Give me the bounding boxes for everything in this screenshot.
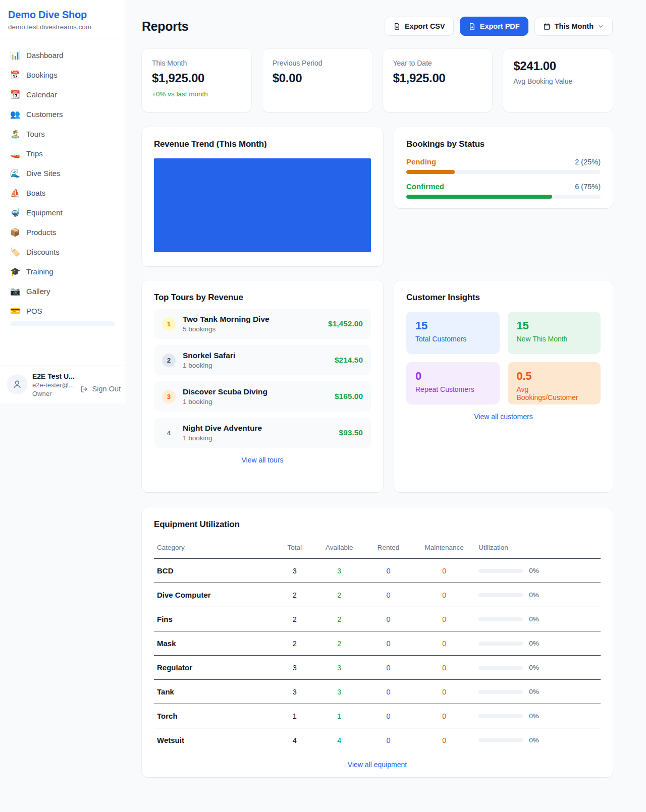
sign-out-icon xyxy=(80,385,89,393)
export-csv-button[interactable]: Export CSV xyxy=(385,17,454,36)
period-label: This Month xyxy=(555,22,594,30)
stat-label: Previous Period xyxy=(273,59,362,67)
status-count: 6 (75%) xyxy=(575,183,601,191)
list-item: 1 Two Tank Morning Dive 5 bookings $1,45… xyxy=(154,309,371,339)
bookings-by-status-card: Bookings by Status Pending 2 (25%) Confi… xyxy=(394,127,613,208)
insight-tile-total-customers: 15 Total Customers xyxy=(406,312,500,354)
cell-maintenance: 0 xyxy=(413,656,475,680)
tag-icon: 🏷️ xyxy=(10,247,20,257)
insight-label: Avg Bookings/Customer xyxy=(517,385,592,401)
cell-available: 1 xyxy=(315,704,364,728)
cell-utilization: 0% xyxy=(475,656,601,680)
insight-grid: 15 Total Customers 15 New This Month 0 R… xyxy=(406,312,601,404)
cell-rented: 0 xyxy=(364,704,413,728)
equipment-table: Category Total Available Rented Maintena… xyxy=(154,540,601,752)
sidebar-item-bookings[interactable]: 📅 Bookings xyxy=(4,65,122,85)
sidebar-item-label: Equipment xyxy=(26,208,63,217)
stat-card-year-to-date: Year to Date $1,925.00 xyxy=(383,49,493,112)
view-all-tours-link[interactable]: View all tours xyxy=(154,456,371,464)
column-header-total: Total xyxy=(275,540,315,559)
user-role: Owner xyxy=(32,390,74,397)
sidebar-item-reports-active-partial[interactable] xyxy=(10,321,116,326)
utilization-bar xyxy=(478,642,523,646)
cell-maintenance: 0 xyxy=(413,728,475,752)
sidebar-item-dashboard[interactable]: 📊 Dashboard xyxy=(4,45,122,65)
sign-out-button[interactable]: Sign Out xyxy=(80,385,121,393)
sidebar-item-calendar[interactable]: 📆 Calendar xyxy=(4,85,122,104)
stat-card-previous-period: Previous Period $0.00 xyxy=(262,49,372,112)
column-header-utilization: Utilization xyxy=(475,540,601,559)
period-dropdown[interactable]: This Month xyxy=(534,17,613,36)
stat-value: $241.00 xyxy=(513,59,603,73)
sidebar-item-tours[interactable]: 🏝️ Tours xyxy=(4,124,122,144)
cell-category: Dive Computer xyxy=(154,583,275,607)
cell-maintenance: 0 xyxy=(413,607,475,631)
customer-insights-card: Customer Insights 15 Total Customers 15 … xyxy=(394,280,613,492)
sidebar-item-customers[interactable]: 👥 Customers xyxy=(4,104,122,124)
sidebar-item-label: Training xyxy=(26,267,53,276)
status-bar-fill xyxy=(406,170,455,174)
utilization-bar xyxy=(478,666,523,670)
sidebar-item-boats[interactable]: ⛵ Boats xyxy=(4,183,122,203)
list-item: 4 Night Dive Adventure 1 booking $93.50 xyxy=(154,418,371,448)
revenue-trend-card: Revenue Trend (This Month) xyxy=(142,127,383,266)
tour-bookings: 1 booking xyxy=(183,362,328,369)
diving-mask-icon: 🤿 xyxy=(10,208,20,217)
user-meta: E2E Test U... e2e-tester@... Owner Sign … xyxy=(32,372,119,397)
cell-total: 3 xyxy=(275,656,315,680)
cell-utilization: 0% xyxy=(475,631,601,656)
sidebar-user-box: E2E Test U... e2e-tester@... Owner Sign … xyxy=(0,366,126,403)
sidebar-item-equipment[interactable]: 🤿 Equipment xyxy=(4,203,122,222)
utilization-bar xyxy=(478,714,523,718)
stat-change: +0% vs last month xyxy=(152,90,241,98)
insight-tile-new-this-month: 15 New This Month xyxy=(508,312,601,354)
stat-card-avg-booking-value: $241.00 Avg Booking Value xyxy=(503,49,613,112)
export-pdf-label: Export PDF xyxy=(480,22,520,30)
tour-bookings: 5 bookings xyxy=(183,325,321,333)
stat-label: Avg Booking Value xyxy=(513,77,603,85)
user-icon xyxy=(12,379,22,389)
customer-insights-title: Customer Insights xyxy=(406,293,601,303)
table-row: Dive Computer 2 2 0 0 0% xyxy=(154,583,601,607)
table-row: Torch 1 1 0 0 0% xyxy=(154,704,601,728)
graduation-cap-icon: 🎓 xyxy=(10,267,20,276)
sidebar-item-training[interactable]: 🎓 Training xyxy=(4,262,122,281)
stats-row: This Month $1,925.00 +0% vs last month P… xyxy=(142,49,613,112)
brand-name: Demo Dive Shop xyxy=(8,9,118,21)
credit-card-icon: 💳 xyxy=(10,306,20,316)
cell-category: Torch xyxy=(154,704,275,728)
utilization-bar xyxy=(478,569,523,573)
sidebar-item-gallery[interactable]: 📷 Gallery xyxy=(4,281,122,301)
package-icon: 📦 xyxy=(10,227,20,237)
equipment-utilization-title: Equipment Utilization xyxy=(154,519,601,530)
utilization-pct: 0% xyxy=(529,640,539,647)
insight-label: Repeat Customers xyxy=(415,385,491,393)
view-all-equipment-link[interactable]: View all equipment xyxy=(154,761,601,769)
cell-category: Wetsuit xyxy=(154,728,275,752)
tour-revenue: $165.00 xyxy=(335,392,363,401)
sidebar-item-label: Trips xyxy=(26,149,43,158)
sidebar-item-pos[interactable]: 💳 POS xyxy=(4,301,122,321)
sidebar-item-products[interactable]: 📦 Products xyxy=(4,222,122,242)
sidebar-item-trips[interactable]: 🚤 Trips xyxy=(4,144,122,163)
sidebar-item-dive-sites[interactable]: 🌊 Dive Sites xyxy=(4,163,122,183)
sidebar-item-discounts[interactable]: 🏷️ Discounts xyxy=(4,242,122,262)
sidebar: Demo Dive Shop demo.test.divestreams.com… xyxy=(0,0,126,403)
export-csv-label: Export CSV xyxy=(405,22,445,30)
brand: Demo Dive Shop demo.test.divestreams.com xyxy=(0,0,126,38)
stat-value: $1,925.00 xyxy=(393,71,482,85)
utilization-pct: 0% xyxy=(529,688,539,695)
cell-maintenance: 0 xyxy=(413,583,475,607)
table-header-row: Category Total Available Rented Maintena… xyxy=(154,540,601,559)
bar-chart-icon: 📊 xyxy=(10,50,20,60)
cell-total: 1 xyxy=(275,704,315,728)
equipment-utilization-card: Equipment Utilization Category Total Ava… xyxy=(142,507,613,777)
insight-label: Total Customers xyxy=(415,335,491,343)
insight-value: 0.5 xyxy=(517,370,592,383)
cell-available: 3 xyxy=(315,656,364,680)
cell-maintenance: 0 xyxy=(413,704,475,728)
export-pdf-button[interactable]: Export PDF xyxy=(460,17,528,36)
calendar-icon: 📆 xyxy=(10,90,20,99)
view-all-customers-link[interactable]: View all customers xyxy=(406,413,601,421)
cell-category: Regulator xyxy=(154,656,275,680)
